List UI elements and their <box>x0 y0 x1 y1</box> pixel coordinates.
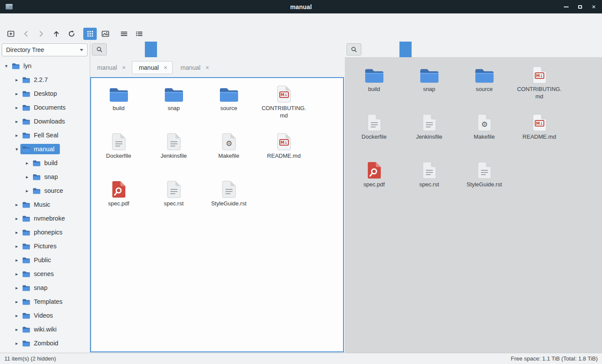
tree-item-inner[interactable]: build <box>31 158 63 168</box>
tab-close-icon[interactable]: ✕ <box>205 65 209 71</box>
file-item[interactable]: M↓ ⚙ <box>349 111 400 159</box>
tree-item[interactable]: Fell Seal <box>0 128 90 142</box>
expander-icon[interactable] <box>13 299 20 305</box>
detailed-list-view-button[interactable] <box>132 28 146 40</box>
tree-item-inner[interactable]: Music <box>20 199 56 210</box>
file-item[interactable]: M↓ ⚙ <box>93 130 144 178</box>
tree-item[interactable]: Desktop <box>0 87 90 101</box>
icon-view-button[interactable] <box>83 28 97 40</box>
file-item[interactable]: M↓ ⚙ <box>148 82 200 130</box>
tree-item-inner[interactable]: snap <box>31 172 63 182</box>
tree-item-inner[interactable]: Downloads <box>20 116 70 127</box>
expander-icon[interactable] <box>3 63 10 69</box>
file-item[interactable]: M↓ ⚙ <box>459 159 510 206</box>
file-item[interactable]: M↓ ⚙ <box>203 178 255 225</box>
compact-view-button[interactable] <box>117 28 131 40</box>
expander-icon[interactable] <box>13 91 20 97</box>
tab-close-icon[interactable]: ✕ <box>164 65 167 71</box>
breadcrumb-segment[interactable] <box>387 42 399 57</box>
tree-item-inner[interactable]: 2.2.7 <box>20 75 53 85</box>
tree-item[interactable]: Templates <box>0 295 90 309</box>
file-view-left[interactable]: M↓ ⚙ <box>90 77 344 352</box>
file-item[interactable]: M↓ ⚙ <box>93 178 144 225</box>
maximize-button[interactable] <box>577 4 583 10</box>
expander-icon[interactable] <box>13 327 20 332</box>
menu-item[interactable] <box>31 18 41 22</box>
expander-icon[interactable] <box>13 285 20 291</box>
tree-item[interactable]: scenes <box>0 267 90 281</box>
up-button[interactable] <box>49 28 63 40</box>
expander-icon[interactable] <box>13 77 20 83</box>
minimize-button[interactable] <box>563 4 569 10</box>
expander-icon[interactable] <box>13 313 20 318</box>
path-search-button[interactable] <box>92 43 107 55</box>
file-item[interactable]: M↓ ⚙ <box>349 159 400 206</box>
menu-item[interactable] <box>41 18 50 22</box>
tree-item-inner[interactable]: Pictures <box>20 241 62 251</box>
tree-item[interactable]: Documents <box>0 101 90 114</box>
expander-icon[interactable] <box>13 133 20 138</box>
expander-icon[interactable] <box>13 230 20 235</box>
reload-button[interactable] <box>65 28 78 40</box>
expander-icon[interactable] <box>13 341 20 346</box>
breadcrumb-segment[interactable] <box>375 42 387 57</box>
tree-item-inner[interactable]: nvmebroke <box>20 213 70 224</box>
tree-item[interactable]: source <box>0 184 90 198</box>
tree-item-inner[interactable]: phonepics <box>20 227 68 237</box>
file-item[interactable]: M↓ ⚙ <box>459 111 510 159</box>
tree-item[interactable]: lyn <box>0 59 90 73</box>
path-search-button[interactable] <box>347 43 361 55</box>
expander-icon[interactable] <box>13 105 20 110</box>
tree-item-inner[interactable]: Videos <box>20 310 58 321</box>
expander-icon[interactable] <box>13 257 20 263</box>
tab-close-icon[interactable]: ✕ <box>122 65 126 71</box>
file-item[interactable]: M↓ ⚙ <box>148 178 200 225</box>
tree-item-inner[interactable]: source <box>31 185 69 196</box>
tree-item-inner[interactable]: Fell Seal <box>20 130 63 140</box>
tree-item[interactable]: manual <box>0 142 90 156</box>
back-button[interactable] <box>19 28 33 40</box>
tree-item-inner[interactable]: Public <box>20 255 56 265</box>
breadcrumb-segment[interactable] <box>108 42 121 57</box>
tree-item[interactable]: Downloads <box>0 114 90 128</box>
tree-item-inner[interactable]: lyn <box>10 61 37 71</box>
file-item[interactable]: M↓ ⚙ <box>349 63 400 111</box>
file-item[interactable]: M↓ ⚙ <box>258 82 310 130</box>
tree-item[interactable]: Zomboid <box>0 336 90 350</box>
file-item[interactable]: M↓ ⚙ <box>203 130 255 178</box>
expander-icon[interactable] <box>13 244 20 249</box>
tree-item[interactable]: phonepics <box>0 225 90 239</box>
file-item[interactable]: M↓ ⚙ <box>148 130 200 178</box>
tree-item-inner[interactable]: Desktop <box>20 88 62 99</box>
tree-item[interactable]: 2.2.7 <box>0 73 90 87</box>
file-item[interactable]: M↓ ⚙ <box>404 63 455 111</box>
tree-item[interactable]: Public <box>0 253 90 267</box>
forward-button[interactable] <box>34 28 48 40</box>
expander-icon[interactable] <box>13 216 20 221</box>
file-item[interactable]: M↓ ⚙ <box>203 82 255 130</box>
close-button[interactable]: ✕ <box>591 4 597 10</box>
expander-icon[interactable] <box>13 146 20 152</box>
expander-icon[interactable] <box>13 271 20 277</box>
menu-item[interactable] <box>50 18 60 22</box>
menu-item[interactable] <box>12 18 22 22</box>
tree-item[interactable]: nvmebroke <box>0 211 90 225</box>
tab[interactable]: manual ✕ <box>90 61 131 74</box>
file-item[interactable]: M↓ ⚙ <box>404 159 455 206</box>
expander-icon[interactable] <box>13 119 20 124</box>
tree-item[interactable]: wiki.wiki <box>0 322 90 336</box>
tree-item[interactable]: Pictures <box>0 239 90 253</box>
sidebar-mode-select[interactable]: Directory Tree <box>2 43 88 56</box>
tab[interactable]: manual ✕ <box>173 61 214 74</box>
tree-item[interactable]: Videos <box>0 309 90 322</box>
file-item[interactable]: M↓ ⚙ <box>514 63 565 111</box>
tree-item-inner[interactable]: wiki.wiki <box>20 324 62 335</box>
tree-item-inner[interactable]: snap <box>20 283 52 293</box>
breadcrumb-segment[interactable] <box>133 42 145 57</box>
breadcrumb-segment[interactable] <box>121 42 133 57</box>
breadcrumb-segment[interactable] <box>145 42 157 57</box>
new-tab-button[interactable] <box>4 28 17 40</box>
tab[interactable]: manual ✕ <box>132 61 173 74</box>
expander-icon[interactable] <box>23 160 31 166</box>
expander-icon[interactable] <box>13 202 20 208</box>
